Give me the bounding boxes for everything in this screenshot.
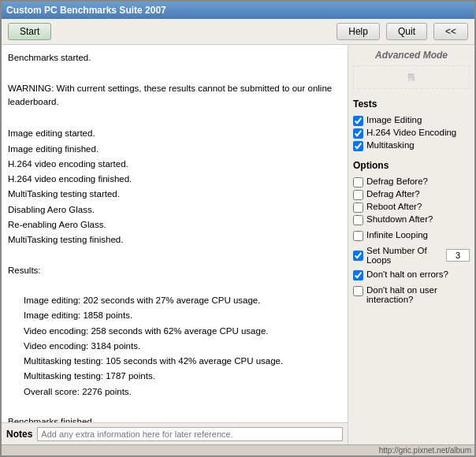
- test-item: Multitasking: [353, 139, 470, 152]
- dont-halt-user-label: Don't halt on user interaction?: [366, 285, 470, 304]
- test-label-1: H.264 Video Encoding: [366, 128, 456, 137]
- log-line: Video encoding: 3184 points.: [8, 340, 341, 353]
- option-checkbox-2[interactable]: [353, 202, 363, 213]
- option-item: Defrag After?: [353, 188, 470, 201]
- window-title: Custom PC Benchmarks Suite 2007: [6, 5, 166, 16]
- log-line: H.264 video encoding finished.: [8, 173, 341, 186]
- log-line: Benchmarks finished.: [8, 415, 341, 422]
- dont-halt-errors-label: Don't halt on errors?: [366, 269, 448, 279]
- quit-button[interactable]: Quit: [386, 23, 427, 40]
- watermark-area: 熊: [353, 65, 470, 89]
- infinite-looping-row: Infinite Looping: [353, 229, 470, 242]
- log-line: Image editing finished.: [8, 143, 341, 156]
- log-line: Multitasking testing: 1787 points.: [8, 370, 341, 383]
- test-item: Image Editing: [353, 114, 470, 127]
- test-checkbox-1[interactable]: [353, 128, 363, 139]
- option-item: Reboot After?: [353, 201, 470, 214]
- test-checkbox-0[interactable]: [353, 116, 363, 126]
- infinite-looping-label: Infinite Looping: [366, 230, 428, 240]
- options-header: Options: [353, 160, 470, 171]
- title-bar: Custom PC Benchmarks Suite 2007: [2, 2, 474, 19]
- back-button[interactable]: <<: [433, 23, 468, 40]
- infinite-looping-checkbox[interactable]: [353, 231, 363, 241]
- log-line: Re-enabling Aero Glass.: [8, 218, 341, 232]
- log-line: MultiTasking testing started.: [8, 188, 341, 201]
- log-area: Benchmarks started. WARNING: With curren…: [2, 45, 348, 422]
- option-item: Shutdown After?: [353, 214, 470, 226]
- options-list: Defrag Before?Defrag After?Reboot After?…: [353, 176, 470, 226]
- option-label-3: Shutdown After?: [366, 214, 433, 224]
- dont-halt-errors-checkbox[interactable]: [353, 270, 363, 281]
- option-label-0: Defrag Before?: [366, 176, 428, 186]
- log-line: WARNING: With current settings, these re…: [8, 82, 341, 110]
- log-line: [8, 112, 341, 125]
- option-label-2: Reboot After?: [366, 202, 422, 211]
- log-line: Image editing: 1858 points.: [8, 309, 341, 322]
- log-line: Overall score: 2276 points.: [8, 385, 341, 399]
- set-loops-row: Set Number Of Loops: [353, 245, 470, 266]
- status-bar: http://gric.pixnet.net/album: [2, 444, 474, 455]
- main-window: Custom PC Benchmarks Suite 2007 Start He…: [0, 0, 476, 457]
- log-line: [8, 400, 341, 414]
- test-label-0: Image Editing: [366, 115, 422, 124]
- tests-header: Tests: [353, 98, 470, 110]
- advanced-mode-label: Advanced Mode: [353, 50, 470, 61]
- dont-halt-errors-row: Don't halt on errors?: [353, 269, 470, 281]
- option-checkbox-0[interactable]: [353, 177, 363, 188]
- log-line: Image editing started.: [8, 127, 341, 140]
- main-content: Benchmarks started. WARNING: With curren…: [2, 45, 474, 444]
- dont-halt-user-checkbox[interactable]: [353, 286, 363, 296]
- option-item: Defrag Before?: [353, 176, 470, 188]
- notes-bar: Notes: [2, 422, 348, 444]
- dont-halt-user-row: Don't halt on user interaction?: [353, 284, 470, 305]
- notes-label: Notes: [6, 429, 32, 440]
- start-button[interactable]: Start: [8, 23, 51, 40]
- left-panel: Benchmarks started. WARNING: With curren…: [2, 45, 348, 444]
- log-line: Video encoding: 258 seconds with 62% ave…: [8, 325, 341, 338]
- notes-input[interactable]: [37, 427, 343, 441]
- test-item: H.264 Video Encoding: [353, 127, 470, 139]
- log-line: Multitasking testing: 105 seconds with 4…: [8, 355, 341, 368]
- log-line: [8, 279, 341, 292]
- loops-value-input[interactable]: [446, 249, 470, 262]
- test-label-2: Multitasking: [366, 140, 415, 150]
- option-label-1: Defrag After?: [366, 189, 420, 199]
- option-checkbox-1[interactable]: [353, 190, 363, 200]
- tests-list: Image EditingH.264 Video EncodingMultita…: [353, 114, 470, 152]
- log-line: Disabling Aero Glass.: [8, 203, 341, 217]
- toolbar: Start Help Quit <<: [2, 19, 474, 45]
- status-url: http://gric.pixnet.net/album: [379, 446, 471, 455]
- right-panel: Advanced Mode 熊 Tests Image EditingH.264…: [348, 45, 474, 444]
- log-line: [8, 66, 341, 80]
- log-line: MultiTasking testing finished.: [8, 233, 341, 247]
- log-line: Benchmarks started.: [8, 51, 341, 65]
- log-line: H.264 video encoding started.: [8, 158, 341, 171]
- log-line: Results:: [8, 264, 341, 277]
- log-line: [8, 248, 341, 262]
- set-loops-checkbox[interactable]: [353, 251, 363, 261]
- test-checkbox-2[interactable]: [353, 141, 363, 151]
- log-line: Image editing: 202 seconds with 27% aver…: [8, 294, 341, 307]
- set-loops-label: Set Number Of Loops: [366, 246, 443, 265]
- option-checkbox-3[interactable]: [353, 215, 363, 225]
- help-button[interactable]: Help: [337, 23, 380, 40]
